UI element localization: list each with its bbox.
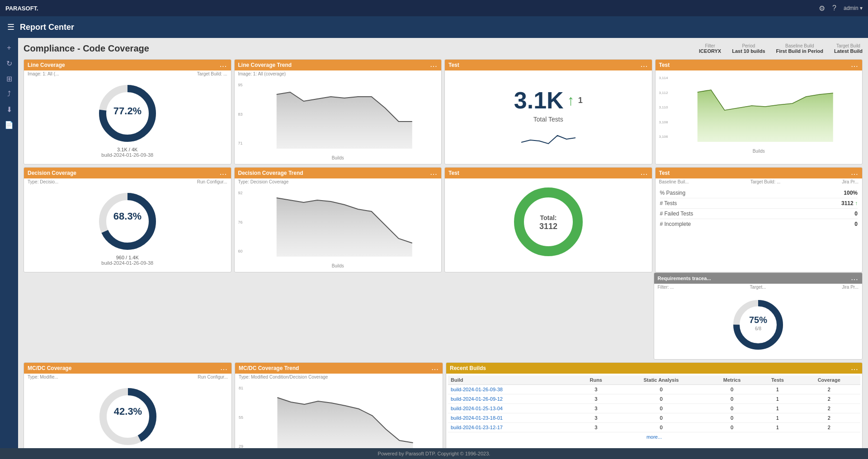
target-item: Target Build Latest Build	[834, 43, 863, 54]
col-build: Build	[448, 375, 576, 385]
widget-test-stats: Test ... Baseline Buil... Target Build: …	[655, 167, 863, 272]
build-link-5[interactable]: build-2024-01-23-12-17	[451, 425, 503, 430]
stat-row-passing: % Passing 100%	[660, 188, 858, 198]
baseline-item: Baseline Build First Build in Period	[776, 43, 824, 54]
widget-test-total-header: Test ...	[445, 60, 652, 70]
requirements-body: 75% 6/8	[654, 290, 863, 359]
build-link-4[interactable]: build-2024-01-23-18-01	[451, 415, 503, 421]
col-metrics: Metrics	[707, 375, 758, 385]
test-trend-body: 3,1143,1123,1103,1083,106	[656, 70, 863, 157]
test-donut-svg: Total: 3112	[512, 186, 585, 258]
test-up-arrow: ↑	[567, 92, 575, 109]
line-coverage-trend-body: 958371 B	[235, 77, 442, 164]
main-content: Compliance - Code Coverage Filter ICEORY…	[18, 38, 868, 459]
sidebar-document-icon[interactable]: 📄	[2, 118, 16, 131]
line-coverage-body: 77.2% 3.1K / 4K build-2024-01-26-09-38	[24, 77, 231, 162]
table-row: build-2024-01-26-09-38 30012	[448, 385, 860, 394]
test-trend-y-labels: 3,1143,1123,1103,1083,106	[659, 74, 668, 141]
parasoft-logo: PARASOFT.	[5, 5, 38, 12]
widget-test-donut: Test ... Total: 3112	[444, 167, 652, 272]
widget-decision-coverage-header: Decision Coverage ...	[24, 168, 231, 178]
test-stats-menu[interactable]: ...	[851, 170, 859, 176]
sidebar-refresh-icon[interactable]: ↻	[2, 57, 16, 70]
recent-builds-body: Build Runs Static Analysis Metrics Tests…	[446, 374, 862, 443]
widget-row-2: Decision Coverage ... Type: Decisio... R…	[24, 167, 863, 272]
test-trend-menu[interactable]: ...	[851, 62, 859, 68]
widget-test-trend: Test ... 3,1143,1123,1103,1083,106	[655, 59, 863, 164]
svg-text:68.3%: 68.3%	[113, 211, 142, 222]
widget-requirements-header: Requirements tracea... ...	[654, 273, 863, 284]
widget-mcdc-trend-header: MC/DC Coverage Trend ...	[235, 363, 443, 374]
requirements-menu[interactable]: ...	[851, 275, 859, 281]
widget-line-coverage-header: Line Coverage ...	[24, 60, 231, 70]
mcdc-trend-body: 815529 Builds	[235, 380, 443, 459]
test-stats-body: % Passing 100% # Tests 3112 ↑ # Failed T…	[656, 185, 863, 232]
col-static: Static Analysis	[616, 375, 706, 385]
widget-test-total: Test ... 3.1K ↑ 1 Total Tests	[444, 59, 652, 164]
decision-coverage-trend-body: 927660 Builds	[235, 185, 442, 272]
line-coverage-trend-y-labels: 958371	[238, 81, 243, 147]
mcdc-coverage-body: 42.3% 438 / 1K build-2024-01-26-09-38	[24, 380, 231, 459]
svg-marker-3	[276, 92, 412, 149]
line-coverage-menu[interactable]: ...	[220, 62, 227, 68]
mcdc-trend-y-labels: 815529	[239, 384, 243, 450]
hamburger-icon[interactable]: ☰	[7, 22, 14, 32]
topbar: PARASOFT. ⚙ ? admin ▾	[0, 0, 868, 16]
build-link-3[interactable]: build-2024-01-25-13-04	[451, 406, 503, 411]
sidebar: + ↻ ⊞ ⤴ ⬇ 📄	[0, 38, 18, 459]
mcdc-trend-svg	[251, 384, 439, 456]
mcdc-coverage-menu[interactable]: ...	[221, 365, 228, 371]
widget-recent-builds-header: Recent Builds ...	[446, 363, 862, 374]
line-coverage-trend-menu[interactable]: ...	[430, 62, 438, 68]
build-link-2[interactable]: build-2024-01-26-09-12	[451, 396, 503, 402]
svg-text:77.2%: 77.2%	[113, 105, 142, 117]
decision-trend-y-labels: 927660	[238, 189, 243, 255]
report-header: Compliance - Code Coverage Filter ICEORY…	[24, 43, 863, 54]
mcdc-trend-menu[interactable]: ...	[432, 365, 439, 371]
report-filters: Filter ICEORYX Period Last 10 builds Bas…	[699, 43, 863, 54]
test-total-menu[interactable]: ...	[641, 62, 648, 68]
col-tests: Tests	[757, 375, 797, 385]
svg-marker-8	[276, 198, 412, 257]
sidebar-plus-icon[interactable]: +	[2, 42, 16, 54]
build-link-1[interactable]: build-2024-01-26-09-38	[451, 387, 503, 392]
decision-coverage-trend-menu[interactable]: ...	[430, 170, 438, 176]
svg-text:75%: 75%	[749, 315, 767, 325]
decision-coverage-body: 68.3% 960 / 1.4K build-2024-01-26-09-38	[24, 185, 231, 270]
widget-test-stats-header: Test ...	[656, 168, 863, 178]
help-button[interactable]: ?	[832, 4, 836, 12]
widget-line-coverage: Line Coverage ... Image: 1: All (... Tar…	[24, 59, 231, 164]
test-donut-menu[interactable]: ...	[641, 170, 648, 176]
test-label: Total Tests	[533, 116, 563, 123]
table-row: build-2024-01-25-13-04 30012	[448, 404, 860, 413]
widget-test-trend-header: Test ...	[656, 60, 863, 70]
settings-button[interactable]: ⚙	[819, 4, 825, 13]
headerbar: ☰ Report Center	[0, 16, 868, 38]
test-donut-body: Total: 3112	[445, 178, 652, 265]
stat-row-tests: # Tests 3112 ↑	[660, 198, 858, 209]
recent-builds-table: Build Runs Static Analysis Metrics Tests…	[448, 375, 860, 432]
decision-trend-svg	[251, 189, 438, 261]
line-coverage-trend-svg	[251, 81, 438, 153]
decision-coverage-menu[interactable]: ...	[220, 170, 227, 176]
sidebar-share-icon[interactable]: ⤴	[2, 88, 16, 100]
svg-marker-4	[697, 90, 833, 142]
sidebar-addwidget-icon[interactable]: ⊞	[2, 72, 16, 85]
widget-decision-coverage-trend: Decision Coverage Trend ... Type: Decisi…	[234, 167, 442, 272]
topbar-right: ⚙ ? admin ▾	[819, 4, 863, 13]
widget-mcdc-coverage: MC/DC Coverage ... Type: Modifie... Run …	[24, 362, 232, 459]
recent-builds-menu[interactable]: ...	[851, 365, 859, 371]
sidebar-download-icon[interactable]: ⬇	[2, 103, 16, 116]
svg-text:42.3%: 42.3%	[113, 406, 142, 417]
widget-requirements: Requirements tracea... ... Filter: ... T…	[654, 272, 863, 360]
widget-recent-builds: Recent Builds ... Build Runs Static Anal…	[446, 362, 863, 459]
svg-text:3112: 3112	[539, 222, 557, 231]
svg-text:6/8: 6/8	[755, 326, 761, 331]
widget-mcdc-coverage-header: MC/DC Coverage ...	[24, 363, 231, 374]
decision-coverage-donut: 68.3%	[96, 190, 159, 253]
widget-decision-coverage: Decision Coverage ... Type: Decisio... R…	[24, 167, 231, 272]
svg-text:Total:: Total:	[540, 214, 557, 221]
user-menu[interactable]: admin ▾	[844, 5, 863, 11]
more-builds-link[interactable]: more...	[448, 432, 860, 441]
col-coverage: Coverage	[797, 375, 860, 385]
